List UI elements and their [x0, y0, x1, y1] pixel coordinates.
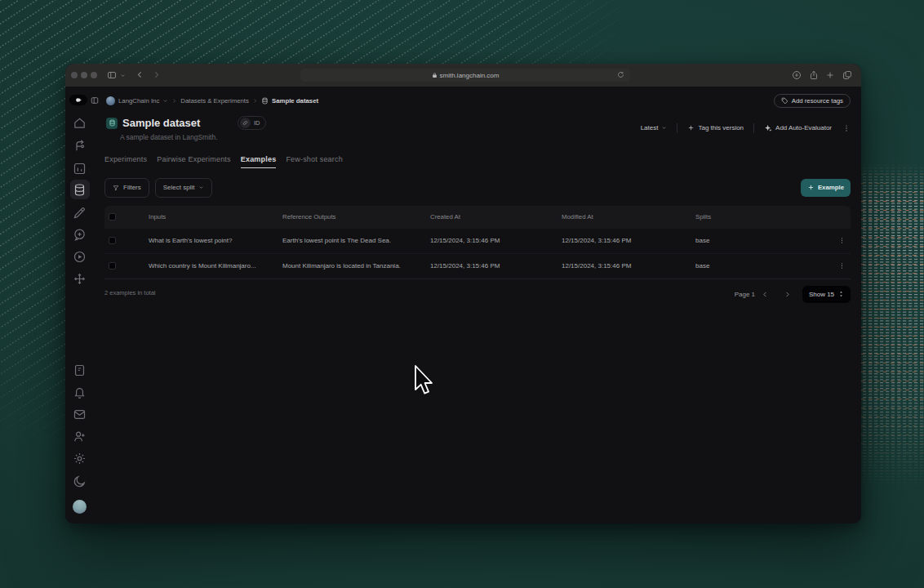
breadcrumb-separator-icon — [171, 98, 177, 104]
app-content: LangChain Inc Datasets & Experiments — [65, 87, 861, 523]
dataset-id-pill[interactable]: ID — [238, 116, 266, 130]
breadcrumb: LangChain Inc Datasets & Experiments — [104, 94, 851, 108]
refresh-icon[interactable] — [617, 71, 624, 78]
breadcrumb-section[interactable]: Datasets & Experiments — [180, 97, 249, 105]
col-inputs[interactable]: Inputs — [149, 213, 282, 220]
select-split-dropdown[interactable]: Select split — [155, 178, 213, 198]
share-icon[interactable] — [809, 70, 819, 80]
cell-splits: base — [695, 237, 709, 244]
url-text: smith.langchain.com — [440, 72, 500, 79]
sidebar-item-docs[interactable] — [73, 363, 87, 377]
forward-button[interactable] — [152, 70, 161, 79]
lock-icon — [432, 72, 438, 78]
sidebar-toggle-icon[interactable] — [107, 70, 117, 80]
sidebar-item-invite[interactable] — [73, 430, 87, 443]
page-title: Sample dataset — [122, 117, 200, 129]
sidebar-item-deployments[interactable] — [73, 272, 87, 286]
sidebar-item-settings[interactable] — [73, 452, 87, 466]
col-modified-at[interactable]: Modified At — [562, 213, 695, 220]
breadcrumb-separator-icon — [252, 98, 258, 104]
cell-splits: base — [695, 262, 709, 270]
window-zoom-button[interactable] — [91, 72, 97, 78]
sidebar-item-home[interactable] — [73, 116, 87, 130]
org-chevron-icon[interactable] — [162, 98, 168, 104]
cell-input: Which country is Mount Kilimanjaro... — [149, 262, 282, 270]
cell-input: What is Earth's lowest point? — [149, 237, 282, 244]
col-splits[interactable]: Splits — [695, 213, 851, 220]
back-button[interactable] — [135, 70, 144, 79]
sidebar-item-projects[interactable] — [73, 139, 87, 153]
sidebar-item-playground[interactable] — [73, 250, 87, 264]
page-subtitle: A sample dataset in LangSmith. — [120, 133, 851, 141]
table-row[interactable]: Which country is Mount Kilimanjaro... Mo… — [104, 254, 851, 279]
window-close-button[interactable] — [71, 72, 78, 78]
more-options-button[interactable] — [842, 124, 851, 132]
app-sidebar — [65, 87, 100, 523]
breadcrumb-org[interactable]: LangChain Inc — [118, 97, 159, 105]
browser-window: smith.langchain.com — [65, 64, 861, 523]
link-icon — [240, 118, 251, 128]
cell-created-at: 12/15/2024, 3:15:46 PM — [430, 237, 562, 244]
sidebar-item-annotation[interactable] — [73, 206, 87, 220]
cell-modified-at: 12/15/2024, 3:15:46 PM — [562, 237, 695, 244]
address-bar[interactable]: smith.langchain.com — [300, 69, 630, 82]
sidebar-item-theme[interactable] — [73, 474, 87, 488]
examples-total: 2 examples in total — [104, 289, 156, 296]
col-created-at[interactable]: Created At — [430, 213, 562, 220]
add-example-button[interactable]: Example — [801, 179, 851, 197]
cell-created-at: 12/15/2024, 3:15:46 PM — [430, 262, 562, 270]
add-resource-tags-button[interactable]: Add resource tags — [774, 94, 851, 108]
tab-overview-icon[interactable] — [842, 70, 852, 80]
row-checkbox[interactable] — [109, 237, 116, 244]
downloads-icon[interactable] — [792, 70, 802, 80]
user-avatar[interactable] — [73, 500, 87, 514]
tab-experiments[interactable]: Experiments — [104, 155, 147, 168]
add-auto-evaluator-button[interactable]: Add Auto-Evaluator — [764, 124, 832, 132]
tab-examples[interactable]: Examples — [241, 155, 277, 168]
mouse-cursor — [412, 364, 433, 397]
tab-few-shot-search[interactable]: Few-shot search — [286, 155, 343, 168]
id-label: ID — [254, 119, 260, 127]
table-footer: 2 examples in total Page 1 Show 15 — [104, 286, 851, 303]
page-indicator: Page 1 — [735, 291, 755, 298]
cell-reference-output: Mount Kilimanjaro is located in Tanzania… — [282, 262, 430, 270]
version-dropdown[interactable]: Latest — [641, 124, 668, 131]
tab-pairwise-experiments[interactable]: Pairwise Experiments — [157, 155, 231, 168]
tab-bar: Experiments Pairwise Experiments Example… — [104, 155, 851, 168]
examples-table: Inputs Reference Outputs Created At Modi… — [104, 206, 851, 279]
table-header-row: Inputs Reference Outputs Created At Modi… — [104, 206, 851, 229]
table-row[interactable]: What is Earth's lowest point? Earth's lo… — [104, 229, 851, 254]
langsmith-logo[interactable] — [69, 95, 87, 105]
sidebar-item-monitoring[interactable] — [73, 162, 87, 176]
filters-button[interactable]: Filters — [104, 178, 149, 198]
main-panel: LangChain Inc Datasets & Experiments — [100, 87, 861, 523]
browser-toolbar: smith.langchain.com — [65, 64, 861, 87]
tag-icon — [781, 97, 789, 105]
next-page-button[interactable] — [784, 291, 791, 298]
chevron-down-icon[interactable] — [120, 73, 126, 78]
breadcrumb-page: Sample dataset — [272, 97, 318, 105]
org-avatar — [106, 96, 115, 105]
select-all-checkbox[interactable] — [109, 213, 116, 220]
sidebar-item-datasets[interactable] — [70, 180, 90, 199]
database-icon — [261, 97, 269, 105]
sidebar-collapse-icon[interactable] — [91, 96, 99, 105]
cell-modified-at: 12/15/2024, 3:15:46 PM — [562, 262, 695, 270]
tag-version-button[interactable]: Tag this version — [687, 124, 744, 131]
prev-page-button[interactable] — [762, 291, 769, 298]
window-minimize-button[interactable] — [81, 72, 87, 78]
sidebar-item-mail[interactable] — [73, 408, 87, 421]
dataset-icon — [106, 118, 118, 129]
new-tab-icon[interactable] — [825, 70, 835, 80]
sidebar-item-prompts[interactable] — [73, 228, 87, 242]
col-reference-outputs[interactable]: Reference Outputs — [282, 213, 430, 220]
page-size-select[interactable]: Show 15 — [802, 286, 851, 303]
filter-toolbar: Filters Select split Example — [104, 178, 851, 198]
row-checkbox[interactable] — [109, 262, 116, 270]
sidebar-item-notifications[interactable] — [73, 385, 87, 399]
row-menu-button[interactable] — [838, 262, 846, 270]
row-menu-button[interactable] — [838, 237, 846, 244]
cell-reference-output: Earth's lowest point is The Dead Sea. — [282, 237, 430, 244]
